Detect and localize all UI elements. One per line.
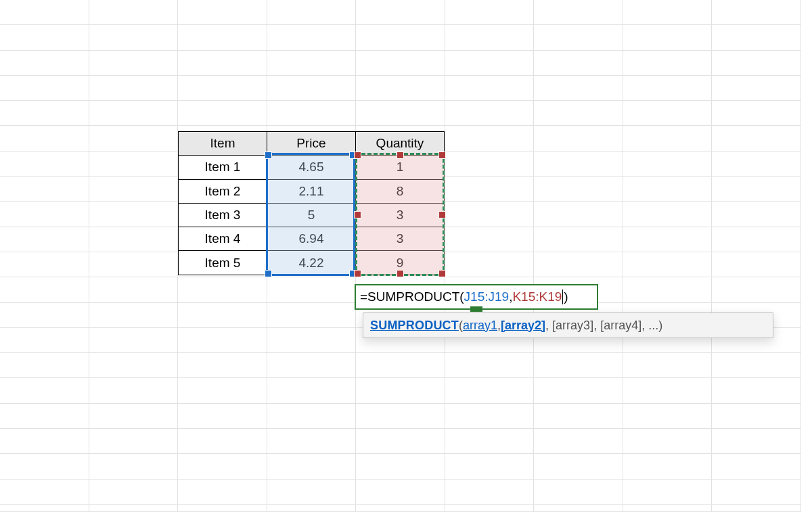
table-row: Item 5 4.22 9: [179, 251, 445, 275]
hint-arg1-link[interactable]: array1: [463, 319, 497, 333]
formula-close-paren: ): [564, 289, 568, 304]
hint-rest: , [array3], [array4], ...): [545, 319, 662, 333]
overlay-layer: Item Price Quantity Item 1 4.65 1 Item 2…: [0, 0, 812, 512]
table-row: Item 3 5 3: [179, 203, 445, 227]
edit-cell-notch-icon: [470, 306, 482, 312]
table-row: Item 4 6.94 3: [179, 227, 445, 251]
cell-quantity[interactable]: 1: [356, 156, 445, 179]
formula-hint-tooltip[interactable]: SUMPRODUCT(array1, [array2], [array3], […: [363, 312, 773, 338]
cell-item[interactable]: Item 3: [179, 203, 267, 227]
cell-quantity[interactable]: 3: [356, 203, 445, 227]
hint-function-link[interactable]: SUMPRODUCT: [370, 319, 459, 333]
cell-item[interactable]: Item 5: [179, 251, 267, 275]
cell-item[interactable]: Item 2: [179, 179, 267, 203]
cell-price[interactable]: 5: [267, 203, 356, 227]
cell-price[interactable]: 6.94: [267, 227, 356, 251]
formula-function-name: SUMPRODUCT: [367, 289, 459, 304]
formula-edit-cell[interactable]: =SUMPRODUCT(J15:J19,K15:K19): [355, 284, 598, 310]
cell-quantity[interactable]: 8: [356, 179, 445, 203]
text-caret-icon: [562, 289, 563, 304]
formula-arg2: K15:K19: [512, 289, 562, 304]
data-table[interactable]: Item Price Quantity Item 1 4.65 1 Item 2…: [178, 131, 445, 275]
cell-price[interactable]: 4.22: [267, 251, 356, 275]
hint-arg2-link[interactable]: array2: [505, 319, 541, 333]
cell-quantity[interactable]: 9: [356, 251, 445, 275]
cell-item[interactable]: Item 1: [179, 156, 267, 179]
cell-price[interactable]: 2.11: [267, 179, 356, 203]
header-quantity[interactable]: Quantity: [356, 132, 445, 156]
cell-quantity[interactable]: 3: [356, 227, 445, 251]
table-header-row: Item Price Quantity: [179, 132, 445, 156]
formula-arg1: J15:J19: [464, 289, 510, 304]
table-row: Item 1 4.65 1: [179, 156, 445, 179]
header-price[interactable]: Price: [267, 132, 356, 156]
table-row: Item 2 2.11 8: [179, 179, 445, 203]
header-item[interactable]: Item: [179, 132, 267, 156]
cell-item[interactable]: Item 4: [179, 227, 267, 251]
formula-prefix: =: [360, 289, 367, 304]
cell-price[interactable]: 4.65: [267, 156, 356, 179]
